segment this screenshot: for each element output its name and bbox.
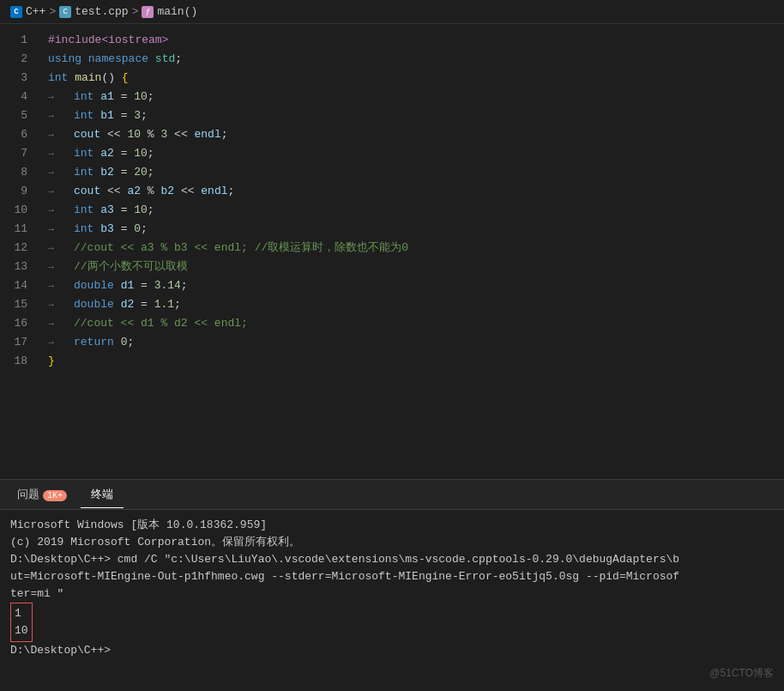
panel-tab-终端[interactable]: 终端 (81, 482, 124, 508)
code-line: } (48, 352, 784, 371)
output-container: 110 (10, 603, 33, 642)
code-token: a1 (100, 88, 114, 106)
code-token: 3.14 (154, 276, 181, 295)
code-token: → (48, 144, 74, 163)
line-number: 7 (0, 144, 41, 163)
code-token: d1 (121, 276, 135, 295)
line-number: 4 (0, 88, 41, 106)
line-number: 15 (0, 295, 41, 314)
code-token: int (74, 88, 100, 106)
code-token: << (100, 125, 127, 144)
code-token: → (48, 239, 74, 258)
code-token: int (48, 69, 75, 88)
code-token: return (74, 333, 121, 352)
code-token: << (100, 182, 127, 201)
code-token: int (74, 106, 100, 125)
line-number: 8 (0, 163, 41, 182)
code-line: → int b2 = 20; (48, 163, 784, 182)
code-line: → int a2 = 10; (48, 144, 784, 163)
code-token: 1.1 (154, 295, 174, 314)
terminal-line: (c) 2019 Microsoft Corporation。保留所有权利。 (10, 534, 774, 551)
code-token: cout (74, 125, 100, 144)
code-token: //两个小数不可以取模 (74, 258, 188, 276)
code-token: { (122, 69, 129, 88)
code-token: 10 (134, 88, 148, 106)
code-token: → (48, 163, 74, 182)
panel-tab-问题[interactable]: 问题1K+ (7, 482, 77, 508)
line-number: 13 (0, 258, 41, 276)
breadcrumb-file: test.cpp (75, 5, 128, 18)
code-token: 3 (160, 125, 167, 144)
code-line: → int a1 = 10; (48, 88, 784, 106)
code-token: = (114, 163, 134, 182)
code-token: int (74, 163, 100, 182)
code-token: << (174, 182, 201, 201)
code-token: → (48, 106, 74, 125)
code-token: d2 (121, 295, 135, 314)
code-token: using (48, 50, 88, 69)
code-line: → double d2 = 1.1; (48, 295, 784, 314)
line-number: 17 (0, 333, 41, 352)
line-number: 1 (0, 31, 41, 50)
code-token: a2 (127, 182, 141, 201)
bottom-panel: 问题1K+终端 Microsoft Windows [版本 10.0.18362… (0, 479, 784, 691)
code-token: 10 (127, 125, 141, 144)
code-token: b3 (100, 220, 114, 239)
code-token: double (74, 295, 121, 314)
code-token: % (141, 125, 160, 144)
breadcrumb-bar: C C++ > C test.cpp > ƒ main() (0, 0, 784, 24)
code-token: = (134, 295, 154, 314)
code-token: #include<iostream> (48, 31, 168, 50)
code-token: namespace (88, 50, 155, 69)
code-token: endl (195, 125, 221, 144)
code-token: ; (175, 50, 182, 69)
code-token: = (114, 144, 134, 163)
code-token: ; (181, 276, 188, 295)
line-number: 3 (0, 69, 41, 88)
code-token: = (114, 201, 134, 220)
code-token: → (48, 314, 74, 333)
code-token: //cout << a3 % b3 << endl; //取模运算时，除数也不能… (74, 239, 408, 258)
code-line: → //cout << d1 % d2 << endl; (48, 314, 784, 333)
output-line: 1 (15, 605, 28, 622)
code-line: → int a3 = 10; (48, 201, 784, 220)
code-token: ; (148, 201, 154, 220)
code-line: → int b1 = 3; (48, 106, 784, 125)
code-line: → int b3 = 0; (48, 220, 784, 239)
code-token: → (48, 182, 74, 201)
line-number: 5 (0, 106, 41, 125)
code-token: int (74, 220, 100, 239)
terminal-content[interactable]: Microsoft Windows [版本 10.0.18362.959](c)… (0, 510, 784, 691)
line-number: 12 (0, 239, 41, 258)
code-token: → (48, 201, 74, 220)
code-token: = (114, 220, 134, 239)
code-token: → (48, 220, 74, 239)
terminal-prompt[interactable]: D:\Desktop\C++> (10, 642, 774, 659)
line-number: 11 (0, 220, 41, 239)
code-token: = (114, 88, 134, 106)
output-line: 10 (15, 622, 28, 639)
tab-badge: 1K+ (43, 490, 67, 501)
code-token: b2 (160, 182, 174, 201)
code-line: #include<iostream> (48, 31, 784, 50)
code-container: 123456789101112131415161718 #include<ios… (0, 24, 784, 479)
code-token: << (167, 125, 194, 144)
code-token: //cout << d1 % d2 << endl; (74, 314, 248, 333)
code-token: ; (141, 220, 148, 239)
code-token: ; (221, 125, 228, 144)
code-line: → //cout << a3 % b3 << endl; //取模运算时，除数也… (48, 239, 784, 258)
code-token: → (48, 88, 74, 106)
code-token: a2 (100, 144, 114, 163)
breadcrumb-sep2: > (132, 5, 139, 18)
code-token: 0 (121, 333, 128, 352)
code-token: b1 (100, 106, 114, 125)
code-token: ; (228, 182, 235, 201)
code-line: → cout << 10 % 3 << endl; (48, 125, 784, 144)
code-token: = (134, 276, 154, 295)
code-line: → //两个小数不可以取模 (48, 258, 784, 276)
line-number: 10 (0, 201, 41, 220)
code-token: % (141, 182, 160, 201)
code-token: → (48, 276, 74, 295)
code-lines[interactable]: #include<iostream>using namespace std;in… (41, 24, 784, 479)
code-token: int (74, 201, 100, 220)
